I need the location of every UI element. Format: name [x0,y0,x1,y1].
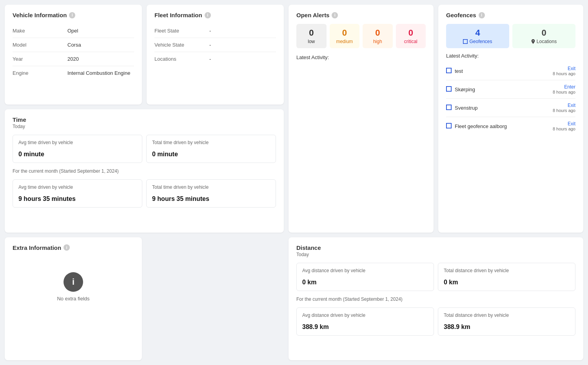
table-row: Locations - [154,52,276,66]
extra-empty: i No extra fields [13,257,134,317]
total-distance-month-value: 388.9 km [444,323,570,331]
tab-geofences[interactable]: 4 Geofences [446,24,509,48]
tab-locations[interactable]: 0 Locations [512,24,575,48]
distance-title: Distance [296,244,575,251]
vehicle-title-text: Vehicle Information [13,12,67,18]
geo-time: 8 hours ago [553,71,575,76]
total-time-today-box: Total time driven by vehicle 0 minute [146,135,276,163]
geofences-tab-label: Geofences [449,39,506,44]
geofence-item-icon [446,123,452,130]
geo-activity-item: test Exit 8 hours ago [446,62,575,80]
geo-action: Exit [553,103,575,108]
time-today-grid: Avg time driven by vehicle 0 minute Tota… [13,135,276,163]
geo-time: 8 hours ago [553,108,575,113]
geofences-tab-label-text: Geofences [469,39,492,44]
badge-critical[interactable]: 0 critical [396,24,426,48]
geo-right: Exit 8 hours ago [553,66,575,76]
geofences-latest-activity-label: Latest Activity: [446,53,575,59]
alerts-title-text: Open Alerts [296,12,329,18]
open-alerts-card: Open Alerts i 0 low 0 medium 0 high 0 cr… [289,5,434,233]
distance-section: Distance Today Avg distance driven by ve… [289,237,583,360]
badge-count-critical: 0 [399,28,423,38]
vehicle-information-card: Vehicle Information i Make Opel Model Co… [5,5,142,105]
time-month-grid: Avg time driven by vehicle 9 hours 35 mi… [13,179,276,208]
fleet-title-text: Fleet Information [154,12,202,18]
avg-distance-today-value: 0 km [302,279,428,286]
distance-month-grid: Avg distance driven by vehicle 388.9 km … [296,307,575,336]
time-month-label: For the current month (Started September… [13,168,276,174]
avg-distance-today-box: Avg distance driven by vehicle 0 km [296,263,434,291]
avg-distance-month-label: Avg distance driven by vehicle [302,313,428,318]
avg-time-today-box: Avg time driven by vehicle 0 minute [13,135,142,163]
extra-title: Extra Information i [13,244,134,251]
geofences-card: Geofences i 4 Geofences 0 Locations Late… [438,5,583,233]
table-row: Engine Internal Combustion Engine [13,66,134,80]
geofence-item-icon [446,105,452,111]
table-row: Make Opel [13,24,134,38]
field-label: Locations [154,56,209,62]
table-row: Model Corsa [13,38,134,52]
geo-name: Svenstrup [455,105,550,111]
geo-action: Exit [553,121,575,126]
alerts-badges: 0 low 0 medium 0 high 0 critical [296,24,426,48]
alerts-info-icon[interactable]: i [332,12,338,18]
geo-action: Exit [553,66,575,71]
fleet-fields: Fleet State - Vehicle State - Locations … [154,24,276,66]
avg-time-today-value: 0 minute [18,151,136,158]
vehicle-info-icon[interactable]: i [69,12,75,18]
alerts-title: Open Alerts i [296,12,426,18]
badge-low[interactable]: 0 low [296,24,327,48]
geofence-item-icon [446,68,452,74]
geofences-title-text: Geofences [446,12,476,18]
locations-tab-label-text: Locations [537,39,557,44]
geofences-tab-count: 4 [449,28,506,38]
info-circle-icon: i [64,272,83,292]
badge-label-critical: critical [399,39,423,44]
total-time-month-box: Total time driven by vehicle 9 hours 35 … [146,179,276,208]
alerts-latest-activity-label: Latest Activity: [296,54,426,60]
geo-name: Fleet geofence aalborg [455,123,550,129]
avg-distance-month-value: 388.9 km [302,323,428,331]
distance-month-label: For the current month (Started September… [296,296,575,302]
geo-action: Enter [553,84,575,90]
extra-empty-text: No extra fields [57,296,89,302]
geo-right: Exit 8 hours ago [553,121,575,131]
field-value: Opel [67,28,78,34]
time-title: Time [13,116,276,123]
geo-right: Exit 8 hours ago [553,103,575,113]
locations-tab-count: 0 [515,28,572,38]
vehicle-title: Vehicle Information i [13,12,134,18]
geo-right: Enter 8 hours ago [553,84,575,94]
geo-activity-item: Skørping Enter 8 hours ago [446,80,575,99]
fleet-info-icon[interactable]: i [205,12,211,18]
distance-today-label: Today [296,252,575,257]
geofences-tabs: 4 Geofences 0 Locations [446,24,575,48]
field-value: - [209,56,211,62]
table-row: Vehicle State - [154,38,276,52]
avg-time-month-box: Avg time driven by vehicle 9 hours 35 mi… [13,179,142,208]
total-distance-month-box: Total distance driven by vehicle 388.9 k… [438,307,575,336]
table-row: Fleet State - [154,24,276,38]
geo-name: Skørping [455,87,550,92]
total-time-month-label: Total time driven by vehicle [152,184,270,190]
badge-high[interactable]: 0 high [363,24,393,48]
field-value: Internal Combustion Engine [67,70,130,76]
total-distance-month-label: Total distance driven by vehicle [444,313,570,318]
badge-medium[interactable]: 0 medium [330,24,360,48]
total-distance-today-label: Total distance driven by vehicle [444,268,570,273]
field-label: Engine [13,70,67,76]
field-value: - [209,42,211,48]
badge-count-medium: 0 [333,28,357,38]
time-section: Time Today Avg time driven by vehicle 0 … [5,109,284,232]
extra-info-icon[interactable]: i [64,244,70,251]
geofences-title: Geofences i [446,12,575,18]
avg-distance-today-label: Avg distance driven by vehicle [302,268,428,273]
geo-activity-item: Fleet geofence aalborg Exit 8 hours ago [446,117,575,135]
field-label: Make [13,28,67,34]
geofences-info-icon[interactable]: i [479,12,485,18]
avg-distance-month-box: Avg distance driven by vehicle 388.9 km [296,307,434,336]
vehicle-fields: Make Opel Model Corsa Year 2020 Engine I… [13,24,134,80]
badge-count-low: 0 [299,28,323,38]
total-time-today-value: 0 minute [152,151,270,158]
field-label: Fleet State [154,28,209,34]
